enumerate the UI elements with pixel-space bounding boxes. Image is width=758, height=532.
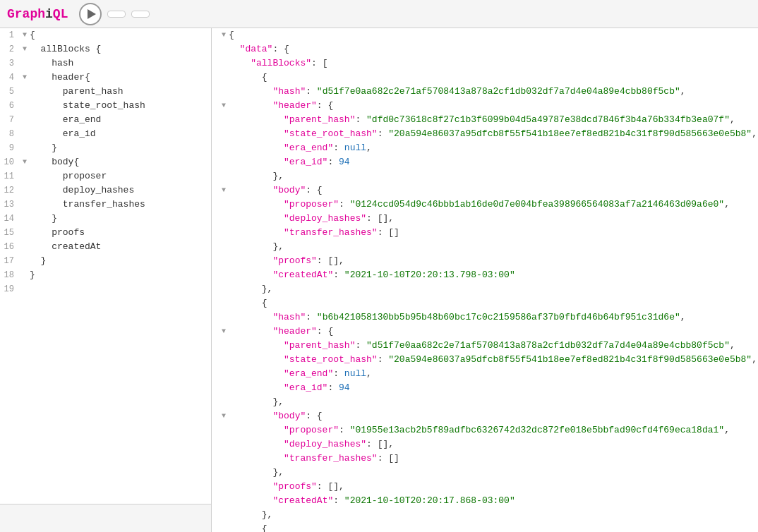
result-line: "allBlocks": [	[212, 56, 758, 71]
line-toggle[interactable]: ▼	[20, 28, 30, 42]
result-line: "data": {	[212, 42, 758, 56]
result-line: },	[212, 508, 758, 522]
line-number: 13	[0, 198, 20, 212]
json-toggle[interactable]: ▼	[219, 409, 229, 423]
query-line: 17 }	[0, 254, 211, 268]
line-number: 1	[0, 28, 20, 42]
line-content: }	[30, 254, 211, 268]
json-toggle[interactable]: ▼	[219, 183, 229, 198]
query-line: 3 hash	[0, 56, 211, 71]
line-content: createdAt	[30, 240, 211, 254]
result-panel[interactable]: ▼{ "data": { "allBlocks": [ { "hash": "d…	[212, 28, 758, 532]
play-icon	[88, 9, 96, 19]
result-line: "era_id": 94	[212, 155, 758, 169]
json-content: "era_id": 94	[229, 381, 350, 395]
json-content: "createdAt": "2021-10-10T20:20:17.868-03…	[229, 494, 515, 508]
main-layout: 1▼{2▼ allBlocks {3 hash4▼ header{5 paren…	[0, 28, 758, 532]
result-line: "hash": "b6b421058130bb5b95b48b60bc17c0c…	[212, 310, 758, 325]
query-line: 15 proofs	[0, 226, 211, 240]
json-content: "proofs": [],	[229, 480, 344, 494]
line-content: }	[30, 212, 211, 226]
result-line: },	[212, 169, 758, 183]
line-number: 19	[0, 282, 20, 296]
query-variables-section[interactable]	[0, 504, 211, 532]
query-line: 1▼{	[0, 28, 211, 42]
result-line: {	[212, 296, 758, 310]
json-toggle[interactable]: ▼	[219, 28, 229, 42]
execute-button[interactable]	[79, 3, 102, 25]
prettify-button[interactable]	[107, 11, 126, 18]
query-line: 2▼ allBlocks {	[0, 42, 211, 56]
line-content: }	[30, 268, 211, 282]
result-line: "era_end": null,	[212, 141, 758, 155]
line-content: era_id	[30, 127, 211, 141]
line-number: 7	[0, 113, 20, 127]
line-content: era_end	[30, 113, 211, 127]
query-line: 4▼ header{	[0, 71, 211, 85]
json-content: "state_root_hash": "20a594e86037a95dfcb8…	[229, 127, 757, 141]
line-toggle[interactable]: ▼	[20, 71, 30, 85]
line-number: 4	[0, 71, 20, 85]
json-content: "hash": "b6b421058130bb5b95b48b60bc17c0c…	[229, 310, 686, 325]
line-content: state_root_hash	[30, 99, 211, 113]
result-line: ▼ "header": {	[212, 325, 758, 339]
line-number: 9	[0, 141, 20, 155]
line-content: transfer_hashes	[30, 198, 211, 212]
result-line: "era_end": null,	[212, 367, 758, 381]
app-logo: GraphiQL	[7, 7, 68, 21]
line-number: 16	[0, 240, 20, 254]
history-button[interactable]	[131, 11, 150, 18]
query-line: 12 deploy_hashes	[0, 183, 211, 198]
line-number: 3	[0, 56, 20, 71]
json-toggle[interactable]: ▼	[219, 325, 229, 339]
json-content: "transfer_hashes": []	[229, 452, 399, 466]
line-number: 8	[0, 127, 20, 141]
json-content: {	[229, 71, 267, 85]
line-number: 12	[0, 183, 20, 198]
json-toggle[interactable]: ▼	[219, 99, 229, 113]
json-content: "data": {	[229, 42, 289, 56]
result-line: "proposer": "0124ccd054d9c46bbb1ab16de0d…	[212, 198, 758, 212]
result-line: ▼ "body": {	[212, 409, 758, 423]
json-content: "state_root_hash": "20a594e86037a95dfcb8…	[229, 353, 757, 367]
json-content: "allBlocks": [	[229, 56, 327, 71]
json-content: {	[229, 296, 267, 310]
line-content: }	[30, 141, 211, 155]
json-content: "transfer_hashes": []	[229, 226, 399, 240]
json-content: "deploy_hashes": [],	[229, 437, 394, 452]
json-content: },	[229, 240, 284, 254]
result-line: "createdAt": "2021-10-10T20:20:17.868-03…	[212, 494, 758, 508]
line-toggle[interactable]: ▼	[20, 42, 30, 56]
json-content: {	[229, 28, 234, 42]
json-content: "body": {	[229, 409, 323, 423]
line-content: hash	[30, 56, 211, 71]
line-content: deploy_hashes	[30, 183, 211, 198]
result-line: "deploy_hashes": [],	[212, 437, 758, 452]
result-line: "createdAt": "2021-10-10T20:20:13.798-03…	[212, 268, 758, 282]
line-content: proposer	[30, 169, 211, 183]
result-line: "parent_hash": "d51f7e0aa682c2e71af57084…	[212, 339, 758, 353]
json-content: "createdAt": "2021-10-10T20:20:13.798-03…	[229, 268, 515, 282]
line-number: 17	[0, 254, 20, 268]
result-line: "proposer": "01955e13acb2b5f89adfbc63267…	[212, 423, 758, 437]
result-line: "state_root_hash": "20a594e86037a95dfcb8…	[212, 127, 758, 141]
json-content: "era_end": null,	[229, 367, 372, 381]
result-line: },	[212, 282, 758, 296]
result-line: "proofs": [],	[212, 254, 758, 268]
json-content: },	[229, 282, 272, 296]
result-line: },	[212, 395, 758, 409]
result-line: ▼ "body": {	[212, 183, 758, 198]
query-editor[interactable]: 1▼{2▼ allBlocks {3 hash4▼ header{5 paren…	[0, 28, 211, 504]
result-line: ▼ "header": {	[212, 99, 758, 113]
query-line: 6 state_root_hash	[0, 99, 211, 113]
result-line: "transfer_hashes": []	[212, 452, 758, 466]
query-line: 11 proposer	[0, 169, 211, 183]
line-number: 10	[0, 155, 20, 169]
line-toggle[interactable]: ▼	[20, 155, 30, 169]
line-number: 15	[0, 226, 20, 240]
line-content: allBlocks {	[30, 42, 211, 56]
query-panel: 1▼{2▼ allBlocks {3 hash4▼ header{5 paren…	[0, 28, 212, 532]
line-content: proofs	[30, 226, 211, 240]
json-content: {	[229, 522, 267, 532]
json-content: "header": {	[229, 99, 333, 113]
